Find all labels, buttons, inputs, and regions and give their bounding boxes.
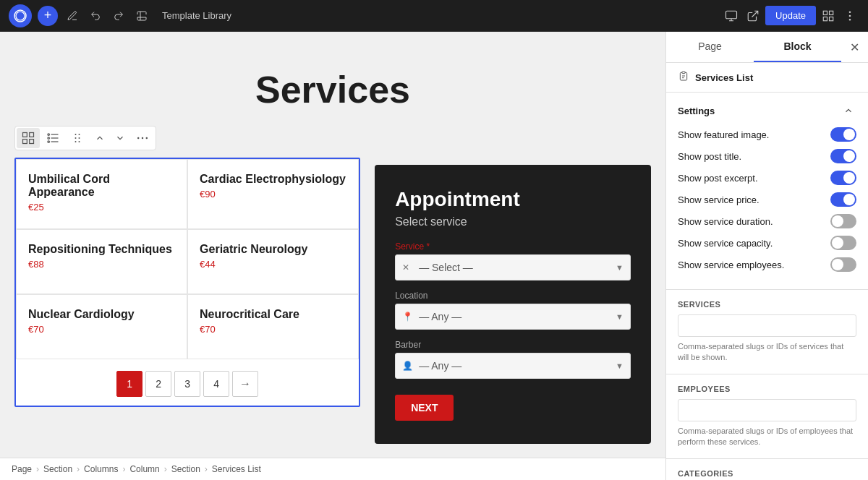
settings-collapse-button[interactable] bbox=[841, 103, 856, 119]
services-field-section: SERVICES Comma-separated slugs or IDs of… bbox=[666, 290, 868, 374]
grid-view-button[interactable] bbox=[17, 128, 40, 148]
page-1-button[interactable]: 1 bbox=[116, 371, 142, 397]
barber-select[interactable]: — Any — bbox=[395, 353, 631, 379]
breadcrumb-section[interactable]: Section bbox=[43, 464, 72, 474]
breadcrumb-section2[interactable]: Section bbox=[171, 464, 200, 474]
settings-section: Settings Show featured image. Show post … bbox=[666, 93, 868, 290]
categories-field-title: CATEGORIES bbox=[678, 469, 856, 478]
page-4-button[interactable]: 4 bbox=[203, 371, 229, 397]
services-input[interactable] bbox=[678, 314, 856, 337]
location-select[interactable]: — Any — bbox=[395, 304, 631, 330]
next-button[interactable]: NEXT bbox=[395, 395, 454, 421]
toggle-service-duration-btn[interactable] bbox=[830, 214, 856, 228]
employees-field-title: EMPLOYEES bbox=[678, 385, 856, 393]
svg-rect-28 bbox=[682, 72, 685, 74]
svg-rect-11 bbox=[23, 140, 27, 144]
toggle-label: Show service duration. bbox=[678, 216, 773, 227]
breadcrumb-columns[interactable]: Columns bbox=[84, 464, 118, 474]
preview-external-button[interactable] bbox=[744, 7, 762, 25]
panel-header: Services List bbox=[666, 63, 868, 93]
next-page-button[interactable]: → bbox=[232, 371, 258, 397]
location-icon: 📍 bbox=[402, 312, 413, 322]
required-indicator: * bbox=[427, 241, 430, 252]
breadcrumb-column[interactable]: Column bbox=[129, 464, 159, 474]
service-name: Nuclear Cardiology bbox=[28, 308, 175, 321]
service-name: Umbilical Cord Appearance bbox=[28, 173, 175, 199]
tools-button[interactable] bbox=[64, 7, 81, 25]
services-container: Umbilical Cord Appearance €25 Cardiac El… bbox=[14, 158, 360, 407]
svg-rect-5 bbox=[830, 17, 833, 20]
more-options-button[interactable] bbox=[841, 7, 859, 25]
list-view-button[interactable] bbox=[41, 128, 64, 148]
svg-point-20 bbox=[79, 134, 80, 135]
editor-row: Umbilical Cord Appearance €25 Cardiac El… bbox=[14, 158, 651, 444]
service-name: Cardiac Electrophysiology bbox=[200, 173, 346, 186]
toggle-show-service-capacity: Show service capacity. bbox=[678, 236, 856, 250]
panel-close-button[interactable]: ✕ bbox=[841, 35, 868, 60]
toggle-featured-image-btn[interactable] bbox=[830, 127, 856, 142]
service-price: €44 bbox=[200, 259, 346, 270]
categories-field-section: CATEGORIES Comma-separated slugs or IDs … bbox=[666, 459, 868, 480]
svg-point-8 bbox=[849, 19, 851, 20]
page-2-button[interactable]: 2 bbox=[145, 371, 171, 397]
toggle-service-price-btn[interactable] bbox=[830, 192, 856, 207]
page-3-button[interactable]: 3 bbox=[174, 371, 200, 397]
editor-area: Services bbox=[0, 32, 665, 480]
details-button[interactable] bbox=[133, 7, 150, 25]
location-label: Location bbox=[395, 291, 631, 301]
wp-logo[interactable] bbox=[9, 4, 32, 27]
appointment-title: Appointment bbox=[395, 188, 631, 211]
barber-select-wrap: 👤 — Any — ▼ bbox=[395, 353, 631, 379]
drag-handle[interactable] bbox=[66, 128, 89, 148]
settings-header: Settings bbox=[678, 103, 856, 119]
block-editor-toggle[interactable] bbox=[819, 7, 838, 25]
main-layout: Services bbox=[0, 32, 868, 480]
services-field-title: SERVICES bbox=[678, 300, 856, 309]
list-item: Repositioning Techniques €88 bbox=[16, 229, 187, 294]
service-price: €90 bbox=[200, 189, 346, 200]
breadcrumb-services-list[interactable]: Services List bbox=[212, 464, 261, 474]
move-up-button[interactable] bbox=[90, 130, 109, 146]
toggle-service-capacity-btn[interactable] bbox=[830, 236, 856, 250]
svg-rect-2 bbox=[823, 11, 827, 14]
list-item: Neurocritical Care €70 bbox=[187, 294, 359, 359]
svg-rect-12 bbox=[30, 140, 34, 144]
svg-rect-4 bbox=[823, 17, 827, 20]
preview-desktop-button[interactable] bbox=[722, 7, 741, 25]
block-title: Services List bbox=[695, 72, 753, 83]
svg-point-6 bbox=[849, 12, 851, 13]
toggle-post-excerpt-btn[interactable] bbox=[830, 171, 856, 185]
more-block-options[interactable] bbox=[131, 128, 154, 148]
block-toolbar bbox=[14, 126, 156, 150]
appointment-panel: Appointment Select service Service * ✕ —… bbox=[375, 165, 651, 444]
service-select[interactable]: — Select — bbox=[395, 254, 631, 280]
service-select-wrap: ✕ — Select — ▼ bbox=[395, 254, 631, 280]
update-button[interactable]: Update bbox=[765, 6, 816, 25]
toggle-service-employees-btn[interactable] bbox=[830, 257, 856, 272]
toggle-label: Show service price. bbox=[678, 194, 760, 205]
tab-block[interactable]: Block bbox=[754, 32, 841, 62]
svg-point-15 bbox=[48, 137, 50, 140]
svg-point-25 bbox=[137, 137, 140, 140]
pagination: 1 2 3 4 → bbox=[16, 359, 359, 406]
svg-rect-9 bbox=[23, 133, 27, 137]
add-block-button[interactable]: + bbox=[38, 6, 58, 26]
employees-input[interactable] bbox=[678, 399, 856, 421]
svg-rect-3 bbox=[830, 11, 833, 14]
breadcrumb: Page › Section › Columns › Column › Sect… bbox=[0, 458, 665, 480]
undo-button[interactable] bbox=[87, 7, 104, 25]
barber-arrow-icon: ▼ bbox=[616, 361, 624, 370]
toggle-show-featured-image: Show featured image. bbox=[678, 127, 856, 142]
redo-button[interactable] bbox=[110, 7, 127, 25]
toggle-label: Show service capacity. bbox=[678, 238, 773, 249]
move-down-button[interactable] bbox=[111, 130, 129, 146]
appointment-subtitle: Select service bbox=[395, 215, 631, 228]
toggle-post-title-btn[interactable] bbox=[830, 149, 856, 163]
svg-point-13 bbox=[48, 134, 50, 136]
service-price: €88 bbox=[28, 259, 175, 270]
breadcrumb-page[interactable]: Page bbox=[12, 464, 32, 474]
list-item: Nuclear Cardiology €70 bbox=[16, 294, 187, 359]
toggle-show-service-duration: Show service duration. bbox=[678, 214, 856, 228]
toggle-label: Show post title. bbox=[678, 151, 741, 162]
tab-page[interactable]: Page bbox=[666, 32, 754, 62]
